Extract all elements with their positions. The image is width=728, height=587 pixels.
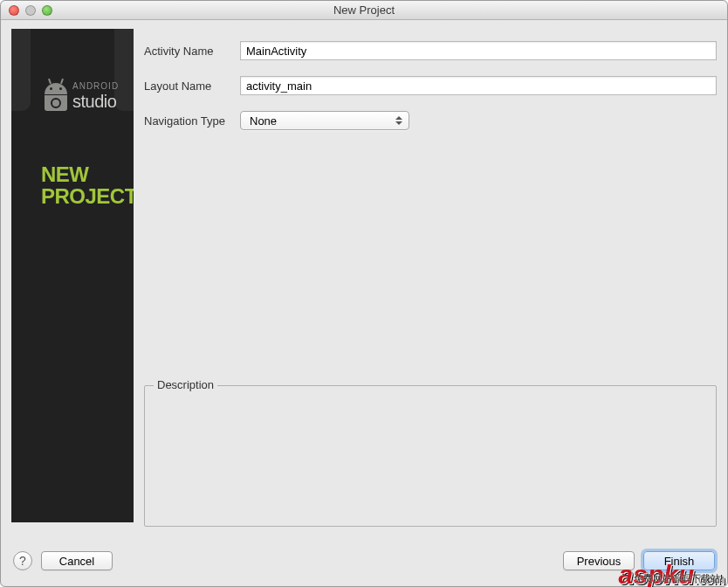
description-legend: Description: [154, 378, 217, 391]
layout-name-input[interactable]: [240, 76, 717, 95]
form-area: Activity Name Layout Name Navigation Typ…: [144, 29, 717, 537]
wizard-title-line1: NEW: [41, 162, 89, 186]
decorative-shape: [114, 29, 134, 111]
titlebar[interactable]: New Project: [1, 1, 727, 20]
activity-name-row: Activity Name: [144, 29, 717, 60]
previous-button[interactable]: Previous: [563, 551, 635, 570]
brand-large-label: studio: [72, 92, 116, 112]
zoom-window-button[interactable]: [42, 5, 52, 16]
wizard-sidebar: ANDROID studio NEW PROJECT: [11, 29, 134, 522]
content-area: ANDROID studio NEW PROJECT Activity Name…: [1, 20, 727, 537]
activity-name-input[interactable]: [240, 41, 717, 60]
android-robot-icon: [45, 83, 69, 111]
wizard-title-line2: PROJECT: [41, 184, 134, 208]
help-button[interactable]: ?: [13, 551, 32, 570]
decorative-shape: [11, 29, 31, 111]
dialog-window: New Project ANDROID studio NEW PROJECT A…: [0, 0, 728, 587]
description-group: Description: [144, 385, 717, 527]
brand-small-label: ANDROID: [72, 81, 119, 91]
navigation-type-row: Navigation Type None: [144, 104, 717, 130]
minimize-window-button[interactable]: [25, 5, 36, 16]
layout-name-label: Layout Name: [144, 79, 240, 93]
dialog-footer: ? Cancel Previous Finish: [1, 537, 727, 586]
window-title: New Project: [1, 3, 727, 17]
navigation-type-select[interactable]: None: [240, 111, 409, 130]
navigation-type-value: None: [250, 114, 277, 128]
select-stepper-icon: [395, 114, 403, 128]
finish-button[interactable]: Finish: [643, 551, 715, 570]
traffic-lights: [1, 5, 52, 16]
wizard-title: NEW PROJECT: [41, 163, 134, 207]
navigation-type-label: Navigation Type: [144, 114, 240, 128]
cancel-button[interactable]: Cancel: [41, 551, 113, 570]
close-window-button[interactable]: [9, 5, 19, 16]
activity-name-label: Activity Name: [144, 45, 240, 58]
layout-name-row: Layout Name: [144, 69, 717, 95]
